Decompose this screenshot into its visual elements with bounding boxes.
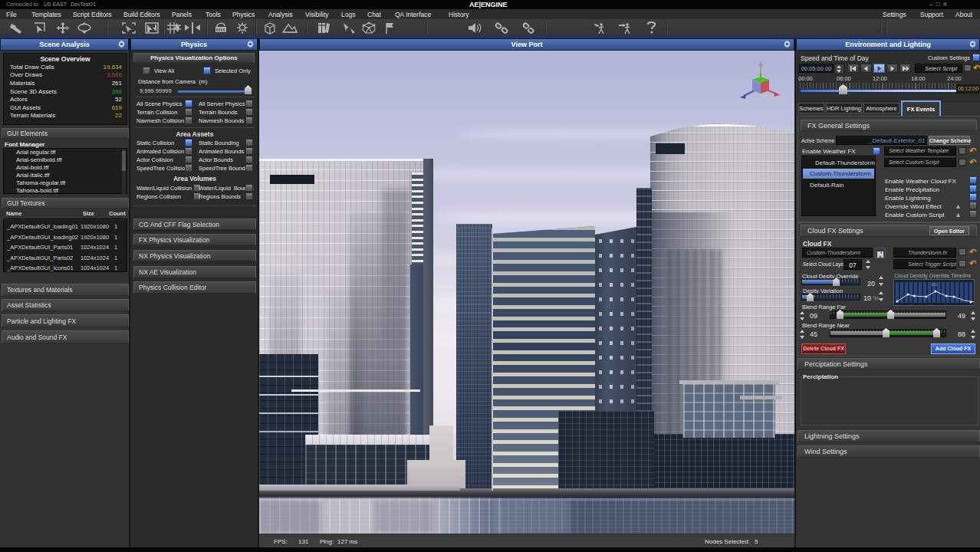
svg-text:100: 100 [931, 282, 938, 287]
